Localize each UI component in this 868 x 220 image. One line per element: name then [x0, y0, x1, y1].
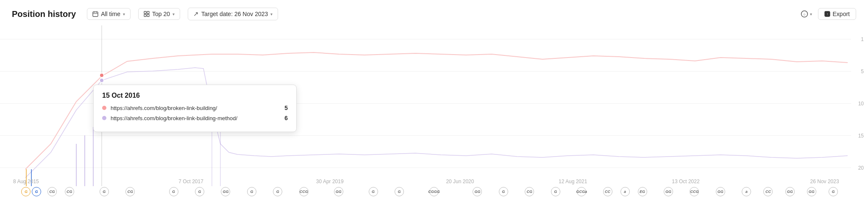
event-icon-27[interactable]: a — [742, 187, 751, 196]
event-icon-28[interactable]: CC — [763, 187, 773, 196]
target-date-label: Target date: 26 Nov 2023 — [201, 11, 268, 17]
tooltip-row-2: https://ahrefs.com/blog/broken-link-buil… — [102, 115, 288, 121]
chevron-down-icon3: ▾ — [270, 12, 273, 16]
event-icon-0[interactable]: G — [21, 187, 31, 196]
svg-rect-6 — [144, 14, 146, 16]
x-label-4: 20 Jun 2020 — [446, 179, 474, 184]
event-icon-13[interactable]: G — [369, 187, 378, 196]
event-icon-20[interactable]: GCGa — [577, 187, 586, 196]
svg-rect-5 — [147, 11, 149, 14]
event-icon-31[interactable]: G — [829, 187, 838, 196]
event-icon-8[interactable]: GG — [221, 187, 230, 196]
event-icon-1[interactable]: G — [32, 187, 41, 196]
export-icon: ↑ — [824, 11, 830, 17]
event-icon-7[interactable]: G — [195, 187, 204, 196]
x-label-3: 30 Apr 2019 — [316, 179, 344, 184]
export-label: Export — [833, 11, 850, 17]
tooltip-url-1: https://ahrefs.com/blog/broken-link-buil… — [111, 105, 280, 111]
tooltip-value-1: 5 — [284, 104, 288, 111]
x-label-6: 13 Oct 2022 — [672, 179, 699, 184]
export-button[interactable]: ↑ Export — [818, 8, 856, 20]
x-label-7: 26 Nov 2023 — [810, 179, 839, 184]
chart-area: 1 5 10 15 20 15 Oct 2016 https://ahrefs.… — [0, 25, 868, 207]
header-bar: Position history All time ▾ Top 20 ▾ ↗ T… — [0, 0, 868, 25]
event-icon-9[interactable]: G — [247, 187, 256, 196]
tooltip-url-2: https://ahrefs.com/blog/broken-link-buil… — [111, 115, 280, 121]
event-icon-24[interactable]: GG — [664, 187, 673, 196]
target-date-button[interactable]: ↗ Target date: 26 Nov 2023 ▾ — [188, 8, 278, 20]
event-icon-10[interactable]: G — [273, 187, 282, 196]
svg-rect-4 — [144, 11, 146, 14]
page-title: Position history — [12, 9, 76, 19]
event-icon-25[interactable]: CCG — [690, 187, 699, 196]
x-label-0: 8 Aug 2015 — [13, 179, 39, 184]
tooltip-date: 15 Oct 2016 — [102, 92, 288, 99]
svg-text:○: ○ — [803, 12, 805, 16]
chart-tooltip: 15 Oct 2016 https://ahrefs.com/blog/brok… — [93, 85, 297, 132]
event-icon-5[interactable]: CG — [125, 187, 135, 196]
event-icon-14[interactable]: G — [395, 187, 404, 196]
event-icon-11[interactable]: CCG — [299, 187, 309, 196]
alltime-filter-button[interactable]: All time ▾ — [87, 8, 131, 20]
tooltip-value-2: 6 — [284, 115, 288, 121]
top20-filter-button[interactable]: Top 20 ▾ — [138, 8, 180, 20]
event-icon-6[interactable]: G — [169, 187, 178, 196]
svg-rect-0 — [93, 12, 98, 16]
trendline-icon: ↗ — [193, 10, 199, 18]
tooltip-dot-1 — [102, 106, 106, 110]
alltime-label: All time — [101, 11, 120, 17]
event-icon-26[interactable]: GG — [716, 187, 725, 196]
x-label-5: 12 Aug 2021 — [559, 179, 587, 184]
x-label-2: 7 Oct 2017 — [178, 179, 203, 184]
event-icon-17[interactable]: G — [499, 187, 508, 196]
svg-point-13 — [100, 73, 104, 77]
event-icon-22[interactable]: a — [620, 187, 630, 196]
header-right: ○ ▾ ↑ Export — [801, 8, 856, 20]
event-icon-15[interactable]: CGGG — [429, 187, 439, 196]
chevron-down-icon: ▾ — [123, 12, 125, 16]
events-row: G G CG CG G CG G G GG G G CCG GG G G CGG… — [0, 187, 868, 199]
top20-label: Top 20 — [152, 11, 170, 17]
event-icon-3[interactable]: CG — [65, 187, 74, 196]
calendar-icon — [92, 11, 98, 17]
event-icon-29[interactable]: GG — [785, 187, 795, 196]
event-icon-23[interactable]: EG — [638, 187, 647, 196]
chevron-down-icon4: ▾ — [810, 12, 812, 16]
event-icon-12[interactable]: GG — [334, 187, 343, 196]
event-icon-30[interactable]: GG — [807, 187, 816, 196]
event-icon-21[interactable]: CC — [603, 187, 612, 196]
tooltip-dot-2 — [102, 116, 106, 120]
grid-icon — [144, 11, 150, 17]
event-icon-4[interactable]: G — [100, 187, 109, 196]
event-icon-18[interactable]: CG — [525, 187, 534, 196]
notifications-button[interactable]: ○ ▾ — [801, 10, 812, 18]
svg-rect-7 — [147, 14, 149, 16]
svg-point-14 — [100, 78, 104, 82]
svg-text:↑: ↑ — [826, 12, 828, 16]
x-axis-labels: 8 Aug 2015 7 Oct 2017 30 Apr 2019 20 Jun… — [0, 179, 868, 187]
tooltip-row-1: https://ahrefs.com/blog/broken-link-buil… — [102, 104, 288, 111]
bell-icon: ○ — [801, 10, 808, 18]
chevron-down-icon2: ▾ — [172, 12, 175, 16]
event-icon-16[interactable]: GG — [473, 187, 482, 196]
event-icon-2[interactable]: CG — [47, 187, 57, 196]
event-icon-19[interactable]: G — [551, 187, 560, 196]
